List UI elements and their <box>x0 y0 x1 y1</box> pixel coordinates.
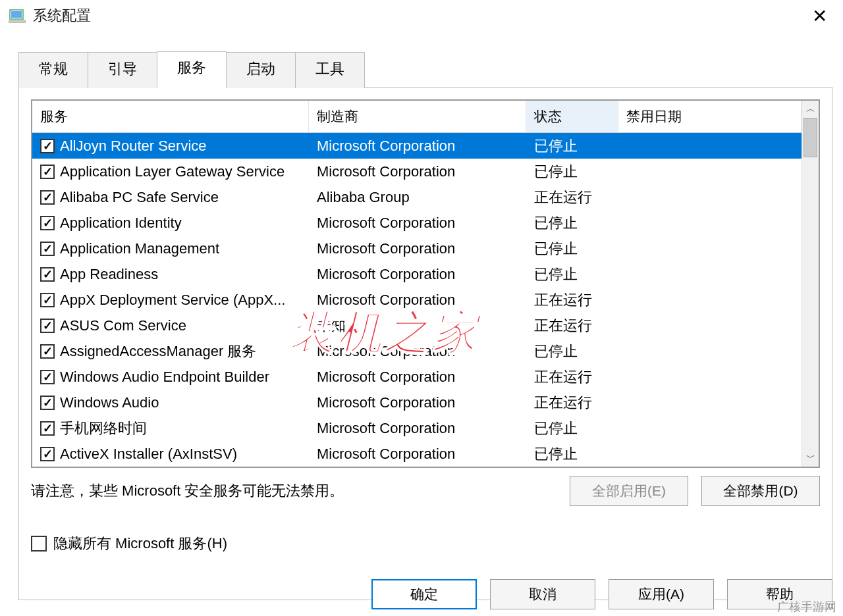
service-status: 正在运行 <box>526 316 618 336</box>
tab-4[interactable]: 工具 <box>295 52 365 88</box>
service-checkbox[interactable] <box>40 293 55 307</box>
service-checkbox[interactable] <box>40 267 55 282</box>
header-disabled-date[interactable]: 禁用日期 <box>618 101 802 132</box>
svg-rect-2 <box>9 20 26 23</box>
service-row[interactable]: ActiveX Installer (AxInstSV)Microsoft Co… <box>32 441 802 467</box>
column-headers: 服务 制造商 状态 禁用日期 <box>32 101 802 133</box>
service-row[interactable]: AppX Deployment Service (AppX...Microsof… <box>32 287 802 313</box>
service-row[interactable]: Application ManagementMicrosoft Corporat… <box>32 236 802 261</box>
service-manufacturer: Microsoft Corporation <box>309 446 526 463</box>
service-name: Windows Audio <box>60 394 159 411</box>
service-checkbox[interactable] <box>40 190 55 205</box>
service-row[interactable]: Windows AudioMicrosoft Corporation正在运行 <box>32 390 802 415</box>
service-checkbox[interactable] <box>40 139 55 153</box>
service-checkbox[interactable] <box>40 421 55 436</box>
service-status: 已停止 <box>526 136 618 156</box>
service-name: Application Layer Gateway Service <box>60 163 285 180</box>
service-name: AllJoyn Router Service <box>60 138 207 155</box>
hide-ms-checkbox[interactable] <box>31 536 47 552</box>
header-service[interactable]: 服务 <box>32 101 309 132</box>
service-name: Application Management <box>60 240 219 257</box>
service-checkbox[interactable] <box>40 370 55 384</box>
dialog-buttons: 确定 取消 应用(A) 帮助 <box>371 579 832 609</box>
service-manufacturer: Microsoft Corporation <box>309 215 526 232</box>
service-checkbox[interactable] <box>40 319 55 333</box>
service-row[interactable]: Windows Audio Endpoint BuilderMicrosoft … <box>32 364 802 390</box>
service-status: 正在运行 <box>526 188 618 207</box>
services-panel: 服务 制造商 状态 禁用日期 AllJoyn Router ServiceMic… <box>18 87 832 600</box>
service-name: ASUS Com Service <box>60 317 186 334</box>
tab-0[interactable]: 常规 <box>18 52 88 88</box>
service-manufacturer: Microsoft Corporation <box>309 394 526 411</box>
scrollbar[interactable]: ︿ ﹀ <box>802 101 819 467</box>
service-row[interactable]: AllJoyn Router ServiceMicrosoft Corporat… <box>32 133 802 159</box>
service-manufacturer: Alibaba Group <box>309 189 526 206</box>
service-row[interactable]: Alibaba PC Safe ServiceAlibaba Group正在运行 <box>32 184 802 210</box>
service-checkbox[interactable] <box>40 344 55 359</box>
service-manufacturer: Microsoft Corporation <box>309 343 526 360</box>
scroll-track[interactable] <box>802 118 819 449</box>
service-status: 正在运行 <box>526 367 618 387</box>
service-manufacturer: Microsoft Corporation <box>309 163 526 180</box>
service-manufacturer: Microsoft Corporation <box>309 420 526 437</box>
services-listbox: 服务 制造商 状态 禁用日期 AllJoyn Router ServiceMic… <box>31 99 820 468</box>
disable-all-button[interactable]: 全部禁用(D) <box>701 476 820 506</box>
service-manufacturer: Microsoft Corporation <box>309 138 526 155</box>
service-name: App Readiness <box>60 266 158 283</box>
service-name: Application Identity <box>60 215 182 232</box>
service-name: ActiveX Installer (AxInstSV) <box>60 446 237 463</box>
service-status: 已停止 <box>526 162 618 182</box>
titlebar: 系统配置 ✕ <box>0 0 843 32</box>
enable-all-button[interactable]: 全部启用(E) <box>570 476 688 506</box>
service-manufacturer: Microsoft Corporation <box>309 240 526 257</box>
service-row[interactable]: 手机网络时间Microsoft Corporation已停止 <box>32 415 802 441</box>
service-row[interactable]: Application Layer Gateway ServiceMicroso… <box>32 159 802 184</box>
close-button[interactable]: ✕ <box>803 3 835 29</box>
service-name: AssignedAccessManager 服务 <box>60 342 256 361</box>
service-status: 正在运行 <box>526 290 618 310</box>
service-status: 已停止 <box>526 213 618 233</box>
svg-rect-1 <box>11 11 22 18</box>
ok-button[interactable]: 确定 <box>371 579 477 609</box>
service-manufacturer: Microsoft Corporation <box>309 292 526 309</box>
tab-2[interactable]: 服务 <box>157 51 227 88</box>
hide-ms-label[interactable]: 隐藏所有 Microsoft 服务(H) <box>53 534 227 553</box>
service-rows: AllJoyn Router ServiceMicrosoft Corporat… <box>32 133 802 467</box>
service-checkbox[interactable] <box>40 242 55 256</box>
service-status: 已停止 <box>526 444 618 464</box>
scroll-thumb[interactable] <box>803 118 817 157</box>
scroll-up-button[interactable]: ︿ <box>802 101 819 118</box>
service-status: 已停止 <box>526 419 618 438</box>
window-title: 系统配置 <box>33 6 91 26</box>
service-status: 已停止 <box>526 239 618 259</box>
service-manufacturer: Microsoft Corporation <box>309 369 526 386</box>
service-row[interactable]: ASUS Com Service未知正在运行 <box>32 313 802 338</box>
apply-button[interactable]: 应用(A) <box>609 579 714 609</box>
service-name: AppX Deployment Service (AppX... <box>60 292 285 309</box>
service-checkbox[interactable] <box>40 165 55 179</box>
tab-3[interactable]: 启动 <box>226 52 296 88</box>
msconfig-icon <box>8 8 26 24</box>
scroll-down-button[interactable]: ﹀ <box>802 449 819 467</box>
tab-strip: 常规引导服务启动工具 <box>18 51 843 88</box>
help-button[interactable]: 帮助 <box>727 579 832 609</box>
cancel-button[interactable]: 取消 <box>490 579 595 609</box>
service-checkbox[interactable] <box>40 396 55 410</box>
service-row[interactable]: App ReadinessMicrosoft Corporation已停止 <box>32 261 802 287</box>
service-manufacturer: 未知 <box>309 316 526 336</box>
service-status: 已停止 <box>526 342 618 361</box>
service-row[interactable]: Application IdentityMicrosoft Corporatio… <box>32 210 802 236</box>
service-checkbox[interactable] <box>40 216 55 230</box>
service-name: Alibaba PC Safe Service <box>60 189 219 206</box>
service-name: Windows Audio Endpoint Builder <box>60 369 269 386</box>
service-manufacturer: Microsoft Corporation <box>309 266 526 283</box>
service-status: 正在运行 <box>526 393 618 413</box>
service-row[interactable]: AssignedAccessManager 服务Microsoft Corpor… <box>32 338 802 364</box>
security-note: 请注意，某些 Microsoft 安全服务可能无法禁用。 <box>31 481 557 501</box>
header-manufacturer[interactable]: 制造商 <box>309 101 526 132</box>
service-status: 已停止 <box>526 265 618 284</box>
tab-1[interactable]: 引导 <box>88 52 157 88</box>
header-status[interactable]: 状态 <box>526 101 618 132</box>
service-checkbox[interactable] <box>40 447 55 461</box>
service-name: 手机网络时间 <box>60 419 147 438</box>
